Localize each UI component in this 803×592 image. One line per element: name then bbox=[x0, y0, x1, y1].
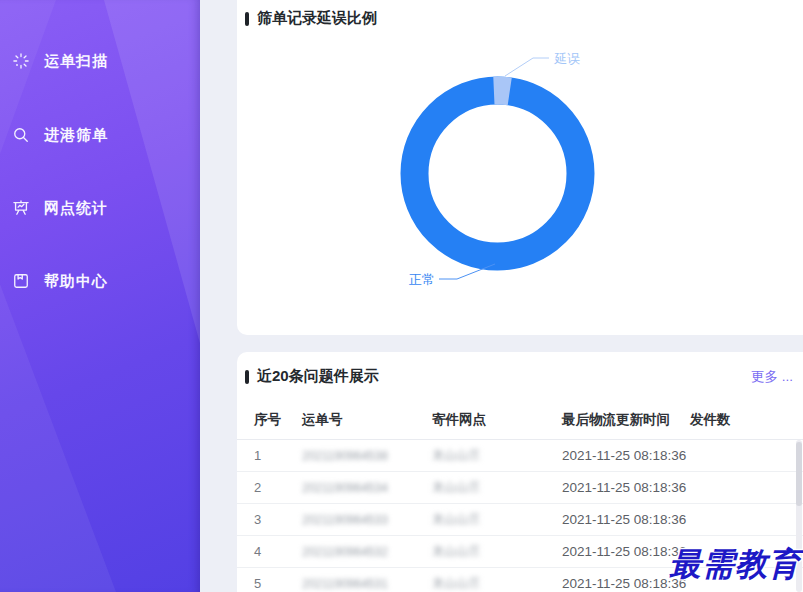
sidebar-item-site-stats[interactable]: 网点统计 bbox=[0, 193, 200, 223]
scan-burst-icon bbox=[11, 51, 31, 71]
cell-site-blurred: 龙山山庄 bbox=[432, 479, 562, 496]
col-header-count: 发件数 bbox=[690, 411, 803, 429]
delay-callout-line bbox=[505, 58, 549, 76]
table-card-title: 近20条问题件展示 bbox=[245, 367, 379, 386]
normal-label: 正常 bbox=[409, 272, 435, 287]
col-header-site: 寄件网点 bbox=[432, 411, 562, 429]
more-link[interactable]: 更多 ... bbox=[751, 368, 793, 386]
cell-waybill-blurred: 2021190964531 bbox=[302, 577, 432, 591]
cell-site-blurred: 龙山山庄 bbox=[432, 447, 562, 464]
dashboard-page: 运单扫描 进港筛单 网点统计 bbox=[0, 0, 803, 592]
table-row[interactable]: 3 2021190964533 龙山山庄 2021-11-25 08:18:36 bbox=[237, 504, 803, 536]
col-header-updated: 最后物流更新时间 bbox=[562, 411, 690, 429]
sidebar-item-label: 帮助中心 bbox=[44, 272, 108, 291]
sidebar: 运单扫描 进港筛单 网点统计 bbox=[0, 0, 200, 592]
cell-site-blurred: 龙山山庄 bbox=[432, 511, 562, 528]
table-row[interactable]: 1 2021190964538 龙山山庄 2021-11-25 08:18:36 bbox=[237, 440, 803, 472]
help-book-icon bbox=[11, 271, 31, 291]
cell-site-blurred: 龙山山庄 bbox=[432, 575, 562, 592]
cell-site-blurred: 龙山山庄 bbox=[432, 543, 562, 560]
sidebar-item-inbound-screening[interactable]: 进港筛单 bbox=[0, 120, 200, 150]
title-accent-bar bbox=[245, 370, 249, 384]
cell-index: 4 bbox=[254, 544, 302, 559]
sidebar-item-waybill-scan[interactable]: 运单扫描 bbox=[0, 46, 200, 76]
col-header-waybill: 运单号 bbox=[302, 411, 432, 429]
cell-index: 5 bbox=[254, 576, 302, 591]
sidebar-item-help-center[interactable]: 帮助中心 bbox=[0, 266, 200, 296]
cell-updated: 2021-11-25 08:18:36 bbox=[562, 480, 690, 495]
search-icon bbox=[11, 125, 31, 145]
cell-waybill-blurred: 2021190964538 bbox=[302, 449, 432, 463]
col-header-index: 序号 bbox=[254, 411, 302, 429]
delay-label: 延误 bbox=[554, 51, 580, 66]
table-scrollbar-thumb[interactable] bbox=[796, 442, 802, 506]
donut-segment-normal[interactable] bbox=[415, 91, 581, 257]
cell-updated: 2021-11-25 08:18:36 bbox=[562, 448, 690, 463]
cell-waybill-blurred: 2021190964532 bbox=[302, 545, 432, 559]
sidebar-item-label: 网点统计 bbox=[44, 199, 108, 218]
cell-updated: 2021-11-25 08:18:36 bbox=[562, 512, 690, 527]
cell-index: 3 bbox=[254, 512, 302, 527]
delay-ratio-donut-chart: 延误 正常 bbox=[237, 0, 803, 335]
sidebar-item-label: 运单扫描 bbox=[44, 52, 108, 71]
cell-index: 2 bbox=[254, 480, 302, 495]
table-title-text: 近20条问题件展示 bbox=[257, 367, 379, 386]
table-header-row: 序号 运单号 寄件网点 最后物流更新时间 发件数 bbox=[237, 400, 803, 440]
cell-index: 1 bbox=[254, 448, 302, 463]
cell-waybill-blurred: 2021190964533 bbox=[302, 513, 432, 527]
watermark-text: 最需教育 bbox=[669, 543, 801, 587]
table-row[interactable]: 2 2021190964534 龙山山庄 2021-11-25 08:18:36 bbox=[237, 472, 803, 504]
cell-waybill-blurred: 2021190964534 bbox=[302, 481, 432, 495]
stats-board-icon bbox=[11, 198, 31, 218]
delay-ratio-card: 筛单记录延误比例 延误 正常 bbox=[237, 0, 803, 335]
sidebar-item-label: 进港筛单 bbox=[44, 126, 108, 145]
